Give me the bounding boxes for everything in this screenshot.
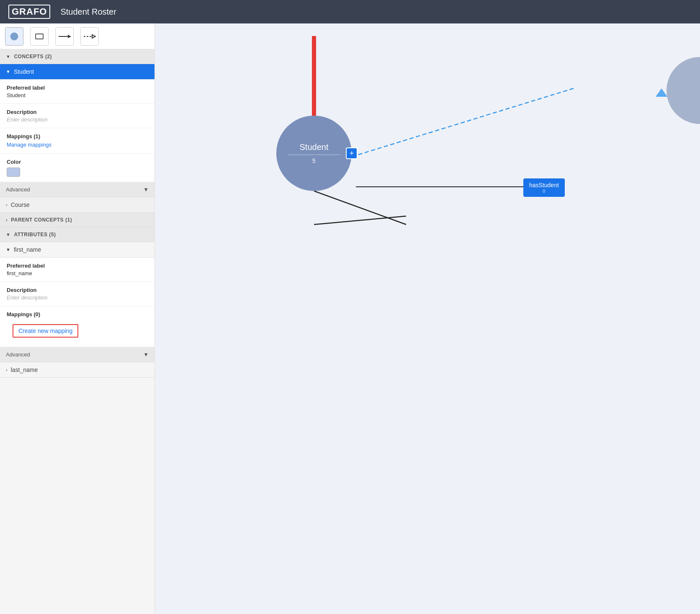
create-new-mapping-button[interactable]: Create new mapping: [13, 324, 78, 338]
student-advanced-bar[interactable]: Advanced ▼: [0, 182, 154, 197]
mappings-key: Mappings (1): [7, 133, 148, 139]
concept-course-label: Course: [11, 201, 30, 208]
attr-last-name[interactable]: › last_name: [0, 362, 154, 378]
first-name-advanced-chevron-icon: ▼: [143, 351, 149, 358]
first-name-chevron-icon: ▼: [6, 247, 10, 252]
sidebar-content: ▼ CONCEPTS (2) ▼ Student Preferred label…: [0, 49, 154, 614]
svg-line-7: [314, 191, 406, 224]
student-advanced-chevron-icon: ▼: [143, 186, 149, 193]
logo: GRAFO: [8, 5, 50, 19]
student-node-count: 5: [312, 157, 316, 164]
concepts-chevron-icon: ▼: [6, 54, 10, 59]
attr-first-name[interactable]: ▼ first_name: [0, 242, 154, 258]
toolbar-dashed-arrow-tool[interactable]: [80, 27, 99, 46]
toolbar-arrow-tool[interactable]: [55, 27, 74, 46]
svg-line-8: [314, 216, 406, 224]
student-preferred-label-section: Preferred label Student: [0, 80, 154, 104]
preferred-label-value: Student: [7, 92, 148, 98]
attr-first-name-label: first_name: [14, 246, 41, 253]
student-circle-divider: [288, 155, 340, 155]
app-title: Student Roster: [60, 7, 116, 17]
svg-rect-1: [36, 34, 43, 39]
svg-marker-3: [68, 35, 71, 38]
manage-mappings-link[interactable]: Manage mappings: [7, 142, 51, 148]
svg-line-6: [356, 88, 574, 155]
description-placeholder[interactable]: Enter description: [7, 116, 148, 123]
has-student-node[interactable]: hasStudent 0: [523, 178, 565, 197]
canvas-connections-svg: [155, 23, 700, 614]
last-name-chevron-icon: ›: [6, 367, 8, 372]
concept-student-label: Student: [14, 68, 34, 75]
parent-concepts-section-header[interactable]: › PARENT CONCEPTS (1): [0, 213, 154, 227]
fn-preferred-label-value: first_name: [7, 270, 148, 276]
attr-last-name-label: last_name: [11, 366, 38, 373]
app-header: GRAFO Student Roster: [0, 0, 700, 23]
student-color-section: Color: [0, 154, 154, 182]
description-key: Description: [7, 109, 148, 115]
student-circle: Student 5 +: [276, 116, 352, 191]
first-name-advanced-bar[interactable]: Advanced ▼: [0, 347, 154, 362]
main-layout: ▼ CONCEPTS (2) ▼ Student Preferred label…: [0, 23, 700, 614]
student-mappings-section: Mappings (1) Manage mappings: [0, 128, 154, 154]
fn-preferred-label-key: Preferred label: [7, 263, 148, 269]
student-chevron-icon: ▼: [6, 69, 10, 74]
first-name-mappings-section: Mappings (0) Create new mapping: [0, 306, 154, 347]
color-swatch[interactable]: [7, 168, 20, 177]
toolbar: [0, 23, 154, 49]
toolbar-rect-tool[interactable]: [30, 27, 49, 46]
student-advanced-label: Advanced: [6, 186, 30, 193]
first-name-description-section: Description Enter description: [0, 282, 154, 306]
triangle-marker-icon: [656, 88, 667, 97]
color-key: Color: [7, 159, 148, 165]
has-student-label: hasStudent: [529, 182, 559, 188]
sidebar: ▼ CONCEPTS (2) ▼ Student Preferred label…: [0, 23, 155, 614]
toolbar-circle-tool[interactable]: [5, 27, 23, 46]
parent-concepts-chevron-icon: ›: [6, 217, 8, 222]
concept-student[interactable]: ▼ Student: [0, 64, 154, 80]
student-description-section: Description Enter description: [0, 104, 154, 128]
first-name-preferred-label-section: Preferred label first_name: [0, 258, 154, 282]
course-chevron-icon: ›: [6, 202, 8, 207]
attributes-chevron-icon: ▼: [6, 232, 10, 237]
fn-description-placeholder[interactable]: Enter description: [7, 294, 148, 301]
concepts-header-label: CONCEPTS (2): [14, 54, 52, 59]
attributes-header-label: ATTRIBUTES (5): [14, 232, 56, 237]
parent-concepts-header-label: PARENT CONCEPTS (1): [11, 217, 72, 223]
concept-course[interactable]: › Course: [0, 197, 154, 213]
student-node-add-button[interactable]: +: [346, 147, 358, 159]
partial-circle-node: [667, 57, 700, 124]
svg-point-0: [10, 33, 18, 40]
student-node-label: Student: [300, 142, 329, 152]
attributes-section-header[interactable]: ▼ ATTRIBUTES (5): [0, 227, 154, 242]
first-name-advanced-label: Advanced: [6, 351, 30, 358]
canvas-area[interactable]: Student 5 + hasStudent 0: [155, 23, 700, 614]
preferred-label-key: Preferred label: [7, 85, 148, 91]
concepts-section-header[interactable]: ▼ CONCEPTS (2): [0, 49, 154, 64]
student-node[interactable]: Student 5 +: [276, 116, 352, 191]
red-arrow-svg: [155, 23, 700, 614]
svg-marker-5: [92, 35, 95, 38]
has-student-count: 0: [529, 188, 559, 193]
fn-description-key: Description: [7, 287, 148, 293]
fn-mappings-key: Mappings (0): [7, 311, 148, 317]
